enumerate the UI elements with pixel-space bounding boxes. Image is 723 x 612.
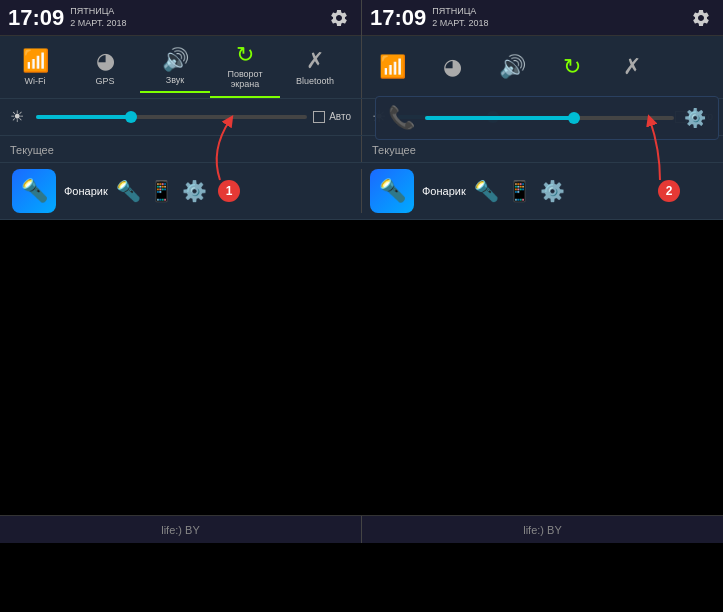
quick-toggle-row: 📶 Wi-Fi ◕ GPS 🔊 Звук ↻ Поворот экрана ✗ …: [0, 36, 723, 99]
carrier-right: life:) BY: [362, 520, 723, 538]
gps-icon: ◕: [96, 48, 115, 74]
sound-icon-r: 🔊: [499, 54, 526, 80]
flashlight-label-left: Фонарик: [64, 185, 108, 197]
carrier-left: life:) BY: [0, 520, 361, 538]
bluetooth-icon: ✗: [306, 48, 324, 74]
torch-icon-right[interactable]: 🔦: [474, 179, 499, 203]
shortcuts-left: 🔦 Фонарик 🔦 📱 ⚙️: [4, 169, 361, 213]
annotation-badge-1: 1: [218, 180, 240, 202]
wifi-label: Wi-Fi: [25, 76, 46, 86]
rotate-toggle[interactable]: ↻ Поворот экрана: [210, 36, 280, 98]
flashlight-app-right[interactable]: 🔦: [370, 169, 414, 213]
brightness-left: ☀ Авто: [0, 99, 361, 135]
sun-icon-left: ☀: [10, 107, 24, 126]
gear-icon-left: [329, 8, 349, 28]
gps-label: GPS: [95, 76, 114, 86]
bluetooth-label: Bluetooth: [296, 76, 334, 86]
time-display-left: 17:09: [8, 5, 64, 31]
shortcuts-row: 🔦 Фонарик 🔦 📱 ⚙️ 🔦 Фонарик 🔦 📱 ⚙️: [0, 163, 723, 220]
volume-thumb: [568, 112, 580, 124]
volume-slider[interactable]: [425, 116, 674, 120]
sound-toggle[interactable]: 🔊 Звук: [140, 41, 210, 93]
volume-fill: [425, 116, 574, 120]
quick-toggles-left: 📶 Wi-Fi ◕ GPS 🔊 Звук ↻ Поворот экрана ✗ …: [0, 36, 361, 98]
current-text-right: Текущее: [372, 144, 416, 156]
settings-button-left[interactable]: [325, 4, 353, 32]
sound-toggle-r[interactable]: 🔊: [482, 48, 542, 86]
flashlight-app-left[interactable]: 🔦: [12, 169, 56, 213]
gps-toggle[interactable]: ◕ GPS: [70, 42, 140, 92]
brightness-slider-left[interactable]: [36, 115, 307, 119]
bluetooth-toggle[interactable]: ✗ Bluetooth: [280, 42, 350, 92]
cog-icon-left[interactable]: ⚙️: [182, 179, 207, 203]
date-display-right: ПЯТНИЦА2 МАРТ. 2018: [432, 6, 488, 29]
quick-toggles-right: 📶 ◕ 🔊 ↻ ✗: [362, 36, 723, 98]
bottom-bar: life:) BY life:) BY: [0, 515, 723, 543]
gear-icon-right: [691, 8, 711, 28]
wifi-icon-r: 📶: [379, 54, 406, 80]
phone-icon-left[interactable]: 📱: [149, 179, 174, 203]
sound-icon: 🔊: [162, 47, 189, 73]
wifi-toggle[interactable]: 📶 Wi-Fi: [0, 42, 70, 92]
rotate-toggle-r[interactable]: ↻: [542, 48, 602, 86]
gps-toggle-r[interactable]: ◕: [422, 48, 482, 86]
annotation-badge-2: 2: [658, 180, 680, 202]
flashlight-label-right: Фонарик: [422, 185, 466, 197]
volume-settings-icon[interactable]: ⚙️: [684, 107, 706, 129]
wifi-icon: 📶: [22, 48, 49, 74]
wifi-toggle-r[interactable]: 📶: [362, 48, 422, 86]
bluetooth-toggle-r[interactable]: ✗: [602, 48, 662, 86]
brightness-fill-left: [36, 115, 131, 119]
time-display-right: 17:09: [370, 5, 426, 31]
cog-icon-right[interactable]: ⚙️: [540, 179, 565, 203]
bluetooth-icon-r: ✗: [623, 54, 641, 80]
rotate-label: Поворот экрана: [212, 70, 278, 90]
sound-label: Звук: [166, 75, 184, 85]
torch-icon-left[interactable]: 🔦: [116, 179, 141, 203]
rotate-icon: ↻: [236, 42, 254, 68]
current-label-left: Текущее: [0, 136, 361, 162]
date-display-left: ПЯТНИЦА2 МАРТ. 2018: [70, 6, 126, 29]
status-bar: 17:09 ПЯТНИЦА2 МАРТ. 2018 17:09 ПЯТНИЦА2…: [0, 0, 723, 36]
main-content-area: [0, 220, 723, 515]
volume-popup: 📞 ⚙️: [375, 96, 719, 140]
auto-check-left[interactable]: Авто: [313, 111, 351, 123]
status-right: 17:09 ПЯТНИЦА2 МАРТ. 2018: [362, 4, 723, 32]
auto-label-left: Авто: [329, 111, 351, 122]
gps-icon-r: ◕: [443, 54, 462, 80]
brightness-thumb-left: [125, 111, 137, 123]
carrier-text-left: life:) BY: [161, 524, 200, 536]
phone-icon-right[interactable]: 📱: [507, 179, 532, 203]
status-left: 17:09 ПЯТНИЦА2 МАРТ. 2018: [0, 4, 361, 32]
call-volume-icon[interactable]: 📞: [388, 105, 415, 131]
checkbox-left[interactable]: [313, 111, 325, 123]
flashlight-icon-right: 🔦: [379, 178, 406, 204]
carrier-text-right: life:) BY: [523, 524, 562, 536]
flashlight-icon-left: 🔦: [21, 178, 48, 204]
current-text-left: Текущее: [10, 144, 54, 156]
settings-button-right[interactable]: [687, 4, 715, 32]
rotate-icon-r: ↻: [563, 54, 581, 80]
